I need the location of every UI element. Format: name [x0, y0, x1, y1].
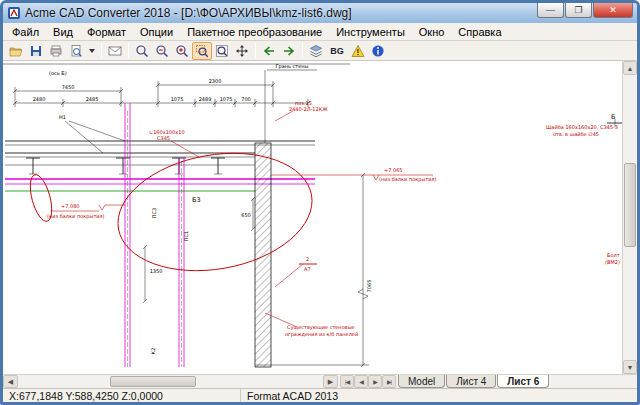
horizontal-scroll-track[interactable] [18, 375, 323, 388]
level-value: +7,065 [384, 167, 403, 173]
drawing-canvas[interactable]: (ось Б) 7450 2300 2480 2485 1075 2489 10… [3, 61, 622, 374]
dim-label: 650 [241, 212, 251, 218]
menu-item-view[interactable]: Вид [46, 24, 80, 40]
vertical-scrollbar[interactable]: ▲ ▼ [622, 61, 637, 374]
dim-label: 1350 [150, 268, 163, 274]
zoom-out-button[interactable] [152, 42, 172, 60]
background-toggle-button[interactable]: BG [326, 42, 348, 60]
layers-button[interactable] [306, 42, 326, 60]
info-icon [371, 44, 385, 58]
minimize-button[interactable]: — [537, 3, 564, 18]
column-mark-label: ПС3 [151, 208, 157, 218]
washer-note: Шайба 160х160х20, С345-3 [546, 124, 618, 130]
toolbar: BG [3, 41, 637, 61]
first-sheet-button[interactable]: |◀ [340, 375, 354, 388]
save-button[interactable] [26, 42, 46, 60]
zoom-in-icon [175, 44, 189, 58]
level-value: +7,080 [61, 203, 80, 209]
print-preview-button[interactable] [66, 42, 86, 60]
zoom-extents-button[interactable] [212, 42, 232, 60]
scroll-up-button[interactable]: ▲ [623, 61, 637, 75]
cad-drawing: (ось Б) 7450 2300 2480 2485 1075 2489 10… [3, 61, 622, 374]
print-icon [49, 44, 63, 58]
export-dropdown-button[interactable] [86, 42, 98, 60]
close-button[interactable]: ✕ [593, 3, 633, 18]
zoom-in-button[interactable] [172, 42, 192, 60]
warning-triangle-icon [351, 44, 365, 58]
bolt-label: Болт [607, 252, 620, 258]
menu-item-options[interactable]: Опции [133, 24, 180, 40]
app-window: Acme CAD Converter 2018 - [D:\ФО\АРХИВЫ\… [0, 0, 640, 405]
zoom-realtime-button[interactable] [132, 42, 152, 60]
dim-label: 7065 [366, 280, 372, 293]
beam-mark-label: Б3 [192, 196, 201, 204]
file-format-readout: Format ACAD 2013 [241, 389, 344, 402]
zoom-extents-icon [215, 44, 229, 58]
level-note: (низ балки покрытия) [47, 213, 105, 220]
sheet-tabs: Model Лист 4 Лист 6 [398, 375, 550, 388]
detail-sheet: А7 [304, 266, 311, 272]
dim-label: 1075 [171, 96, 184, 102]
dim-label: 2489 [199, 96, 212, 102]
window-controls: — ❐ ✕ [536, 3, 633, 18]
steel-grade-label: С345 [157, 135, 170, 141]
bolt-mark: (ВМ2) [605, 259, 620, 265]
email-button[interactable] [105, 42, 125, 60]
scroll-down-button[interactable]: ▼ [623, 360, 637, 374]
view-next-button[interactable] [279, 42, 299, 60]
bottom-row: ◀ ▶ |◀ ◀ ▶ ▶| Model Лист 4 Лист 6 [3, 374, 637, 388]
toolbar-separator [302, 43, 303, 58]
menu-item-tools[interactable]: Инструменты [329, 24, 412, 40]
next-view-icon [282, 44, 296, 58]
zoom-realtime-icon [135, 44, 149, 58]
previous-sheet-button[interactable]: ◀ [354, 375, 368, 388]
bottom-filler [550, 375, 637, 388]
chevron-down-icon [88, 48, 96, 54]
detail-number: 2 [306, 256, 309, 262]
horizontal-scroll-thumb[interactable] [110, 376, 196, 387]
sheet-tab-navigation: |◀ ◀ ▶ ▶| [340, 375, 396, 388]
maximize-button[interactable]: ❐ [565, 3, 592, 18]
previous-view-icon [262, 44, 276, 58]
menu-item-file[interactable]: Файл [5, 24, 46, 40]
scroll-right-button[interactable]: ▶ [323, 375, 338, 388]
view-previous-button[interactable] [259, 42, 279, 60]
wall-note-line2: ограждения из к/б панелей [285, 331, 358, 338]
toolbar-separator [255, 43, 256, 58]
vertical-scroll-thumb[interactable] [624, 163, 636, 247]
section-mark-label: Б [611, 113, 615, 121]
watermark-button[interactable] [348, 42, 368, 60]
tab-list4[interactable]: Лист 4 [446, 375, 496, 388]
vertical-scroll-track[interactable] [623, 75, 637, 360]
email-icon [108, 44, 122, 58]
last-sheet-button[interactable]: ▶| [382, 375, 396, 388]
tab-model[interactable]: Model [398, 375, 445, 388]
pan-icon [235, 44, 249, 58]
dim-label: 2480 [33, 96, 46, 102]
menu-item-help[interactable]: Справка [451, 24, 508, 40]
tab-list6[interactable]: Лист 6 [497, 375, 549, 388]
layers-icon [309, 44, 323, 58]
save-floppy-icon [29, 44, 43, 58]
toolbar-separator [128, 43, 129, 58]
next-sheet-button[interactable]: ▶ [368, 375, 382, 388]
column-mark-label: К2 [150, 348, 156, 355]
open-folder-icon [9, 44, 23, 58]
menu-item-batch-convert[interactable]: Пакетное преобразование [180, 24, 329, 40]
about-button[interactable] [368, 42, 388, 60]
zoom-out-icon [155, 44, 169, 58]
washer-hole-note: отв. в шайбе ∅45 [553, 131, 599, 137]
pan-button[interactable] [232, 42, 252, 60]
level-note: (низ балки покрытия) [379, 176, 437, 183]
scroll-left-button[interactable]: ◀ [3, 375, 18, 388]
wall-face-label: Грань стены [275, 63, 308, 70]
print-button[interactable] [46, 42, 66, 60]
wall-note-line1: Существующие стеновые [287, 324, 355, 331]
coordinates-readout: X:677,1848 Y:588,4250 Z:0,0000 [3, 389, 241, 402]
menu-item-window[interactable]: Окно [412, 24, 452, 40]
menu-item-format[interactable]: Формат [80, 24, 133, 40]
dim-label: 700 [241, 96, 251, 102]
open-button[interactable] [6, 42, 26, 60]
toolbar-separator [101, 43, 102, 58]
zoom-window-button[interactable] [192, 42, 212, 60]
